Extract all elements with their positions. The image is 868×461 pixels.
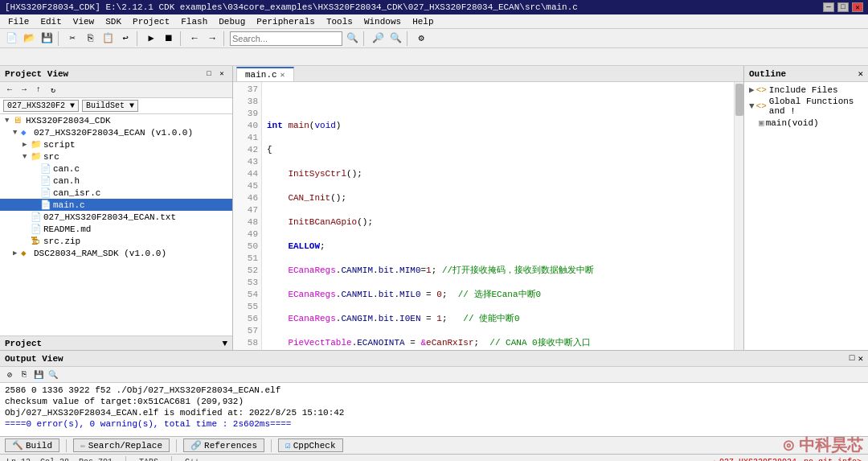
readme-arrow-icon xyxy=(23,225,31,233)
search-go-btn[interactable]: 🔍 xyxy=(344,31,360,47)
output-toolbar: ⊘ ⎘ 💾 🔍 xyxy=(0,367,868,383)
code-line-37 xyxy=(267,96,729,108)
references-btn[interactable]: 🔗 References xyxy=(183,438,264,452)
main-c-file-icon: 📄 xyxy=(40,200,51,210)
outline-panel: Outline ✕ ▶ <> Include Files ▼ <> Global… xyxy=(743,66,868,350)
undo-btn[interactable]: ↩ xyxy=(117,31,133,47)
outline-includes[interactable]: ▶ <> Include Files xyxy=(746,84,866,96)
search-input[interactable] xyxy=(230,31,342,46)
toolbar: 📄 📂 💾 ✂ ⎘ 📋 ↩ ▶ ⏹ ← → 🔍 🔎 🔍 ⚙ xyxy=(0,29,868,48)
output-header-btns: □ ✕ xyxy=(850,353,863,364)
outline-global-functions[interactable]: ▼ <> Global Functions and ! xyxy=(746,96,866,117)
menu-flash[interactable]: Flash xyxy=(176,16,212,27)
menu-view[interactable]: View xyxy=(68,16,99,27)
new-file-btn[interactable]: 📄 xyxy=(3,31,19,47)
menu-project[interactable]: Project xyxy=(128,16,174,27)
can-isr-label: can_isr.c xyxy=(53,188,100,198)
code-line-42: InitBCanAGpio(); xyxy=(267,216,729,228)
tree-ecan-txt[interactable]: 📄 027_HXS320F28034_ECAN.txt xyxy=(0,211,232,223)
proj-back-btn[interactable]: ← xyxy=(3,84,16,97)
references-icon: 🔗 xyxy=(190,440,202,451)
tb-sep-6 xyxy=(407,31,410,46)
tree-can-isr[interactable]: 📄 can_isr.c xyxy=(0,187,232,199)
menu-edit[interactable]: Edit xyxy=(35,16,66,27)
menu-debug[interactable]: Debug xyxy=(214,16,250,27)
open-btn[interactable]: 📂 xyxy=(21,31,37,47)
workspace-selector[interactable]: 027_HXS320F2 ▼ xyxy=(3,100,79,112)
includes-icon: <> xyxy=(756,85,767,95)
outline-header: Outline ✕ xyxy=(744,66,868,82)
zoom-out-btn[interactable]: 🔍 xyxy=(387,31,403,47)
tree-project[interactable]: ▼ ◆ 027_HXS320F28034_ECAN (v1.0.0) xyxy=(0,126,232,138)
menu-sdk[interactable]: SDK xyxy=(100,16,126,27)
copy-btn[interactable]: ⎘ xyxy=(82,31,98,47)
project-icon: ◆ xyxy=(21,127,32,138)
stop-btn[interactable]: ⏹ xyxy=(161,31,177,47)
code-editor[interactable]: int main(void) { InitSysCtrl(); CAN_Init… xyxy=(262,82,734,350)
git-info: no git info> xyxy=(804,458,862,461)
tree-script[interactable]: ▶ 📁 script xyxy=(0,138,232,150)
main-c-label: main.c xyxy=(53,200,85,210)
menu-help[interactable]: Help xyxy=(407,16,438,27)
zoom-in-btn[interactable]: 🔎 xyxy=(370,31,386,47)
tree-workspace[interactable]: ▼ 🖥 HXS320F28034_CDK xyxy=(0,114,232,126)
can-isr-arrow-icon xyxy=(32,189,40,197)
menu-file[interactable]: File xyxy=(3,16,34,27)
proj-up-btn[interactable]: ↑ xyxy=(32,84,45,97)
project-close-btn[interactable]: ✕ xyxy=(216,68,227,80)
output-minimize-btn[interactable]: □ xyxy=(850,353,855,364)
src-folder-icon: 📁 xyxy=(31,151,42,162)
tree-sdk[interactable]: ▶ ◆ DSC28034_RAM_SDK (v1.0.0) xyxy=(0,247,232,259)
search-replace-btn[interactable]: ✏ Search/Replace xyxy=(73,438,170,452)
tree-readme[interactable]: 📄 README.md xyxy=(0,223,232,235)
settings-btn[interactable]: ⚙ xyxy=(413,31,429,47)
build-tab-btn[interactable]: 🔨 Build xyxy=(5,438,59,452)
tab-close-btn[interactable]: ✕ xyxy=(280,70,285,80)
outline-main-func[interactable]: ▣ main(void) xyxy=(746,117,866,129)
menu-peripherals[interactable]: Peripherals xyxy=(252,16,320,27)
output-save-btn[interactable]: 💾 xyxy=(32,368,45,381)
tree-src[interactable]: ▼ 📁 src xyxy=(0,150,232,163)
save-btn[interactable]: 💾 xyxy=(39,31,55,47)
buildset-selector[interactable]: BuildSet ▼ xyxy=(82,100,138,112)
output-copy-btn[interactable]: ⎘ xyxy=(18,368,31,381)
proj-fwd-btn[interactable]: → xyxy=(18,84,31,97)
tree-src-zip[interactable]: 🗜 src.zip xyxy=(0,235,232,247)
output-clear-btn[interactable]: ⊘ xyxy=(3,368,16,381)
minimize-button[interactable]: — xyxy=(823,2,834,12)
status-error: ◆ 027_HXS320F28034_ no git info> xyxy=(712,458,862,462)
code-line-47: PieVectTable.ECANOINTA = &eCanRxIsr; // … xyxy=(267,337,729,349)
menu-tools[interactable]: Tools xyxy=(321,16,358,27)
tree-can-c[interactable]: 📄 can.c xyxy=(0,163,232,175)
paste-btn[interactable]: 📋 xyxy=(100,31,116,47)
cut-btn[interactable]: ✂ xyxy=(64,31,80,47)
back-btn[interactable]: ← xyxy=(186,31,203,47)
watermark-text: ⊙ 中科昊芯 xyxy=(782,436,863,454)
maximize-button[interactable]: □ xyxy=(837,2,849,12)
cppcheck-btn[interactable]: ☑ CppCheck xyxy=(278,438,342,452)
tree-can-h[interactable]: 📄 can.h xyxy=(0,175,232,187)
output-line-2: checksum value of target:0x51CAC681 (209… xyxy=(5,396,863,407)
editor-area: main.c ✕ 37 38 39 40 41 42 43 44 45 46 4… xyxy=(233,66,743,350)
output-find-btn[interactable]: 🔍 xyxy=(47,368,59,381)
project-collapse-btn[interactable]: □ xyxy=(203,68,215,80)
ecan-txt-arrow-icon xyxy=(23,213,31,221)
scrollbar-thumb[interactable] xyxy=(735,84,743,116)
close-button[interactable]: ✕ xyxy=(852,2,863,12)
proj-refresh-btn[interactable]: ↻ xyxy=(47,84,59,97)
outline-close-btn[interactable]: ✕ xyxy=(858,68,863,79)
src-arrow-icon: ▼ xyxy=(23,153,31,161)
forward-btn[interactable]: → xyxy=(204,31,220,47)
tree-main-c[interactable]: 📄 main.c xyxy=(0,199,232,211)
tab-main-c[interactable]: main.c ✕ xyxy=(236,67,294,81)
main-func-icon: ▣ xyxy=(759,117,764,128)
error-icon: ◆ xyxy=(712,458,717,462)
project-footer-btn[interactable]: ▼ xyxy=(222,339,227,348)
menu-windows[interactable]: Windows xyxy=(359,16,406,27)
editor-scrollbar[interactable] xyxy=(734,82,743,350)
output-header: Output View □ ✕ xyxy=(0,351,868,367)
build-btn[interactable]: ▶ xyxy=(143,31,159,47)
includes-arrow-icon: ▶ xyxy=(749,84,755,95)
output-close-btn[interactable]: ✕ xyxy=(858,353,863,364)
output-title: Output View xyxy=(5,354,63,364)
